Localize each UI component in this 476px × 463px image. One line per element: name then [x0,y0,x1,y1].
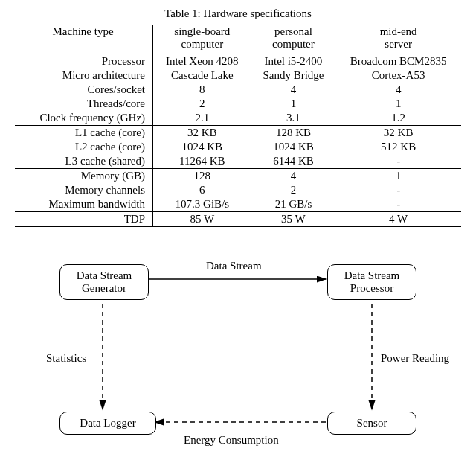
table-row: L3 cache (shared) 11264 KB 6144 KB - [15,154,461,169]
table-row: Processor Intel Xeon 4208 Intel i5-2400 … [15,54,461,69]
node-generator: Data StreamGenerator [60,264,149,300]
table-row: L2 cache (core) 1024 KB 1024 KB 512 KB [15,140,461,154]
table-row: Clock frequency (GHz) 2.1 3.1 1.2 [15,111,461,126]
node-processor: Data StreamProcessor [327,264,416,300]
edge-label-stats: Statistics [45,352,88,365]
col-header-0: single-boardcomputer [153,25,251,54]
table-row: L1 cache (core) 32 KB 128 KB 32 KB [15,126,461,141]
table-row: Threads/core 2 1 1 [15,97,461,111]
table-row: Micro architecture Cascade Lake Sandy Br… [15,68,461,83]
architecture-diagram: Data StreamGenerator Data StreamProcesso… [15,257,461,458]
table-row: Memory channels 6 2 - [15,183,461,197]
hardware-spec-table: Machine type single-boardcomputer person… [15,25,461,227]
table-caption: Table 1: Hardware specifications [15,7,461,20]
node-sensor: Sensor [327,412,416,435]
table-row: TDP 85 W 35 W 4 W [15,212,461,227]
col-header-2: mid-endserver [335,25,461,54]
table-row: Maximum bandwidth 107.3 GiB/s 21 GB/s - [15,197,461,212]
table-row: Memory (GB) 128 4 1 [15,169,461,184]
node-logger: Data Logger [60,412,156,435]
edge-label-power: Power Reading [379,352,451,365]
edge-label-energy: Energy Consumption [182,434,280,447]
table-row: Cores/socket 8 4 4 [15,83,461,97]
col-header-1: personalcomputer [251,25,336,54]
edge-label-stream: Data Stream [205,260,263,272]
header-machine-type: Machine type [15,25,153,54]
